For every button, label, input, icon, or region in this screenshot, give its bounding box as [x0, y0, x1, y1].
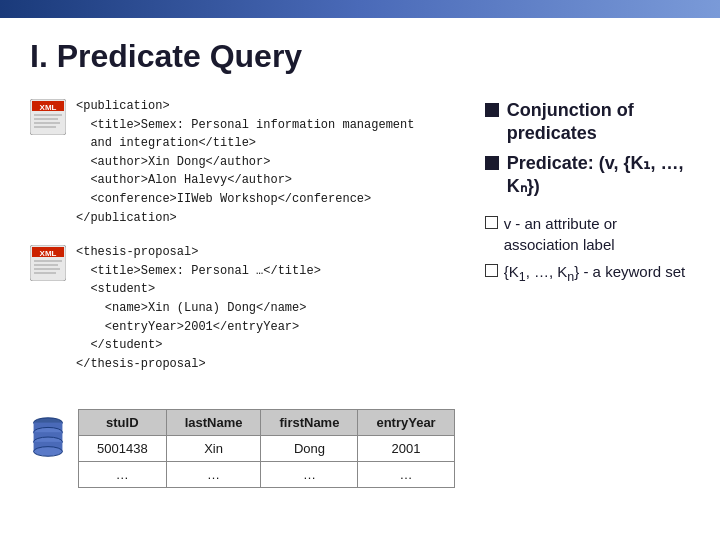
bullet-text-2: Predicate: (v, {K₁, …, Kₙ})	[507, 152, 690, 199]
xml-block-1: XML <publication> <title>Semex: Personal…	[30, 97, 455, 227]
table-row-2: … … … …	[79, 462, 455, 488]
cell-lastname-1: Xin	[166, 436, 261, 462]
cell-firstname-1: Dong	[261, 436, 358, 462]
sub-item-1: v - an attribute orassociation label	[485, 213, 690, 255]
cell-stuid-1: 5001438	[79, 436, 167, 462]
xml-icon-2: XML	[30, 245, 66, 281]
table-section: stuID lastName firstName entryYear 50014…	[30, 409, 455, 488]
checkbox-2	[485, 264, 498, 277]
db-icon	[30, 413, 66, 463]
page-title: I. Predicate Query	[30, 38, 690, 75]
sub-bullet-list: v - an attribute orassociation label {K1…	[485, 213, 690, 287]
cell-firstname-2: …	[261, 462, 358, 488]
bullet-item-2: Predicate: (v, {K₁, …, Kₙ})	[485, 152, 690, 199]
col-header-firstname: firstName	[261, 410, 358, 436]
main-bullet-list: Conjunction of predicates Predicate: (v,…	[485, 99, 690, 199]
xml-icon-1: XML	[30, 99, 66, 135]
content-area: XML <publication> <title>Semex: Personal…	[30, 97, 690, 488]
main-container: I. Predicate Query XML <publication> <ti…	[0, 18, 720, 540]
top-decorative-bar	[0, 0, 720, 18]
xml-block-2: XML <thesis-proposal> <title>Semex: Pers…	[30, 243, 455, 373]
cell-stuid-2: …	[79, 462, 167, 488]
xml-code-1: <publication> <title>Semex: Personal inf…	[76, 97, 414, 227]
col-header-entryyear: entryYear	[358, 410, 454, 436]
cell-entryyear-2: …	[358, 462, 454, 488]
svg-text:XML: XML	[40, 103, 57, 112]
data-table: stuID lastName firstName entryYear 50014…	[78, 409, 455, 488]
table-row-1: 5001438 Xin Dong 2001	[79, 436, 455, 462]
bullet-square-2	[485, 156, 499, 170]
bullet-text-1: Conjunction of predicates	[507, 99, 690, 146]
xml-code-2: <thesis-proposal> <title>Semex: Personal…	[76, 243, 321, 373]
col-header-lastname: lastName	[166, 410, 261, 436]
sub-text-1: v - an attribute orassociation label	[504, 213, 617, 255]
col-header-stuid: stuID	[79, 410, 167, 436]
left-panel: XML <publication> <title>Semex: Personal…	[30, 97, 455, 488]
cell-entryyear-1: 2001	[358, 436, 454, 462]
cell-lastname-2: …	[166, 462, 261, 488]
svg-text:XML: XML	[40, 249, 57, 258]
right-panel: Conjunction of predicates Predicate: (v,…	[475, 97, 690, 292]
sub-text-2: {K1, …, Kn} - a keyword set	[504, 261, 686, 287]
bullet-item-1: Conjunction of predicates	[485, 99, 690, 146]
checkbox-1	[485, 216, 498, 229]
sub-item-2: {K1, …, Kn} - a keyword set	[485, 261, 690, 287]
svg-point-20	[34, 447, 63, 457]
bullet-square-1	[485, 103, 499, 117]
